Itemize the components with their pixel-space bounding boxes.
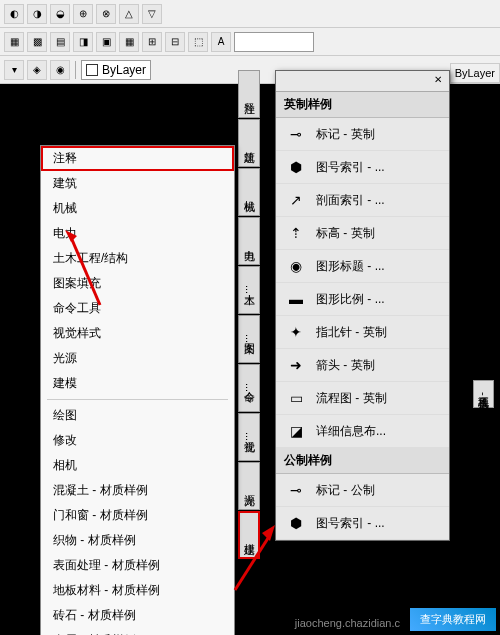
tool-label: 标记 - 公制 <box>316 482 441 499</box>
toolbar-button[interactable]: ⊟ <box>165 32 185 52</box>
menu-item[interactable]: 修改 <box>41 428 234 453</box>
layer-selector[interactable]: ByLayer <box>81 60 151 80</box>
layer-dropdown-icon[interactable]: ▾ <box>4 60 24 80</box>
palette-tool-item[interactable]: ✦指北针 - 英制 <box>276 316 449 349</box>
toolbar-button[interactable]: A <box>211 32 231 52</box>
menu-item[interactable]: 织物 - 材质样例 <box>41 528 234 553</box>
toolbar-button[interactable]: ▽ <box>142 4 162 24</box>
menu-item[interactable]: 砖石 - 材质样例 <box>41 603 234 628</box>
palette-tool-item[interactable]: ➜箭头 - 英制 <box>276 349 449 382</box>
toolbar-button[interactable]: ▤ <box>50 32 70 52</box>
toolbar-row-1: ◐◑◒⊕⊗△▽ <box>0 0 500 28</box>
palette-tab[interactable]: 注释 <box>238 70 260 118</box>
palette-tab[interactable]: 视觉... <box>238 413 260 461</box>
tool-icon: ⬢ <box>284 513 308 533</box>
toolbar-button[interactable]: ◐ <box>4 4 24 24</box>
toolbar-button[interactable]: ⊗ <box>96 4 116 24</box>
menu-item[interactable]: 注释 <box>41 146 234 171</box>
toolbar-button[interactable]: ▣ <box>96 32 116 52</box>
palette-tab[interactable]: 机械 <box>238 168 260 216</box>
palette-pin-icon[interactable]: ✕ <box>430 74 446 88</box>
separator <box>75 61 76 79</box>
toolbar-button[interactable]: △ <box>119 4 139 24</box>
style-dropdown[interactable] <box>234 32 314 52</box>
tool-label: 流程图 - 英制 <box>316 390 441 407</box>
tool-icon: ◉ <box>284 256 308 276</box>
toolbar-button[interactable]: ▦ <box>119 32 139 52</box>
menu-item[interactable]: 混凝土 - 材质样例 <box>41 478 234 503</box>
palette-section-imperial: 英制样例 <box>276 92 449 118</box>
menu-item[interactable]: 电力 <box>41 221 234 246</box>
palette-tab[interactable]: 图案... <box>238 315 260 363</box>
toolbar-button[interactable]: ⊞ <box>142 32 162 52</box>
watermark: 查字典教程网 <box>410 608 496 631</box>
menu-item[interactable]: 视觉样式 <box>41 321 234 346</box>
layer-name: ByLayer <box>102 63 146 77</box>
tool-label: 图形比例 - ... <box>316 291 441 308</box>
tool-icon: ⇡ <box>284 223 308 243</box>
menu-item[interactable]: 门和窗 - 材质样例 <box>41 503 234 528</box>
tool-label: 剖面索引 - ... <box>316 192 441 209</box>
toolbar-button[interactable]: ⊕ <box>73 4 93 24</box>
palette-tool-item[interactable]: ⊸标记 - 英制 <box>276 118 449 151</box>
tool-label: 图形标题 - ... <box>316 258 441 275</box>
palette-tool-item[interactable]: ⊸标记 - 公制 <box>276 474 449 507</box>
toolbar-button[interactable]: ▦ <box>4 32 24 52</box>
menu-item[interactable]: 金属 - 材质样例 <box>41 628 234 635</box>
menu-item[interactable]: 建筑 <box>41 171 234 196</box>
tool-icon: ⊸ <box>284 124 308 144</box>
palette-tool-item[interactable]: ▬图形比例 - ... <box>276 283 449 316</box>
toolbar-button[interactable]: ◒ <box>50 4 70 24</box>
toolbar-button[interactable]: ◨ <box>73 32 93 52</box>
toolbar-button[interactable]: ⬚ <box>188 32 208 52</box>
tool-icon: ▭ <box>284 388 308 408</box>
palette-tool-item[interactable]: ↗剖面索引 - ... <box>276 184 449 217</box>
tool-label: 详细信息布... <box>316 423 441 440</box>
menu-item[interactable]: 机械 <box>41 196 234 221</box>
palette-tool-item[interactable]: ▭流程图 - 英制 <box>276 382 449 415</box>
menu-item[interactable]: 光源 <box>41 346 234 371</box>
context-menu: 注释建筑机械电力土木工程/结构图案填充命令工具视觉样式光源建模绘图修改相机混凝土… <box>40 145 235 635</box>
palette-section-metric: 公制样例 <box>276 448 449 474</box>
tool-label: 图号索引 - ... <box>316 159 441 176</box>
layer-icon-2[interactable]: ◉ <box>50 60 70 80</box>
palette-tool-item[interactable]: ⬢图号索引 - ... <box>276 507 449 540</box>
menu-item[interactable]: 建模 <box>41 371 234 396</box>
palette-tool-item[interactable]: ⇡标高 - 英制 <box>276 217 449 250</box>
tool-label: 箭头 - 英制 <box>316 357 441 374</box>
menu-item[interactable]: 土木工程/结构 <box>41 246 234 271</box>
tool-label: 图号索引 - ... <box>316 515 441 532</box>
menu-item[interactable]: 地板材料 - 材质样例 <box>41 578 234 603</box>
palette-header: ✕ <box>276 71 449 92</box>
toolbar-button[interactable]: ◑ <box>27 4 47 24</box>
menu-item[interactable]: 表面处理 - 材质样例 <box>41 553 234 578</box>
tool-icon: ⬢ <box>284 157 308 177</box>
tool-label: 指北针 - 英制 <box>316 324 441 341</box>
menu-item[interactable]: 命令工具 <box>41 296 234 321</box>
tool-label: 标记 - 英制 <box>316 126 441 143</box>
toolbar-row-2: ▦▩▤◨▣▦⊞⊟⬚A <box>0 28 500 56</box>
menu-item[interactable]: 绘图 <box>41 403 234 428</box>
tool-icon: ⊸ <box>284 480 308 500</box>
palette-tab[interactable]: 土木... <box>238 266 260 314</box>
layer-icon-1[interactable]: ◈ <box>27 60 47 80</box>
menu-item[interactable]: 图案填充 <box>41 271 234 296</box>
palette-tab[interactable]: 电力 <box>238 217 260 265</box>
palette-tool-item[interactable]: ◉图形标题 - ... <box>276 250 449 283</box>
tool-icon: ↗ <box>284 190 308 210</box>
bylayer-right-label: ByLayer <box>450 63 500 83</box>
tool-palette: ✕ 英制样例 ⊸标记 - 英制⬢图号索引 - ...↗剖面索引 - ...⇡标高… <box>275 70 450 541</box>
palette-tab[interactable]: 命令... <box>238 364 260 412</box>
toolbar-button[interactable]: ▩ <box>27 32 47 52</box>
tool-icon: ◪ <box>284 421 308 441</box>
palette-tab[interactable]: 光源 <box>238 462 260 510</box>
palette-tool-item[interactable]: ⬢图号索引 - ... <box>276 151 449 184</box>
tool-icon: ▬ <box>284 289 308 309</box>
palette-tab[interactable]: 建筑 <box>238 119 260 167</box>
menu-item[interactable]: 相机 <box>41 453 234 478</box>
layer-color-swatch <box>86 64 98 76</box>
palette-tab[interactable]: 建模 <box>238 511 260 559</box>
tool-label: 标高 - 英制 <box>316 225 441 242</box>
palette-tool-item[interactable]: ◪详细信息布... <box>276 415 449 448</box>
palette-title-bar[interactable]: 工具选项板 - 所有选项板 <box>473 380 494 408</box>
